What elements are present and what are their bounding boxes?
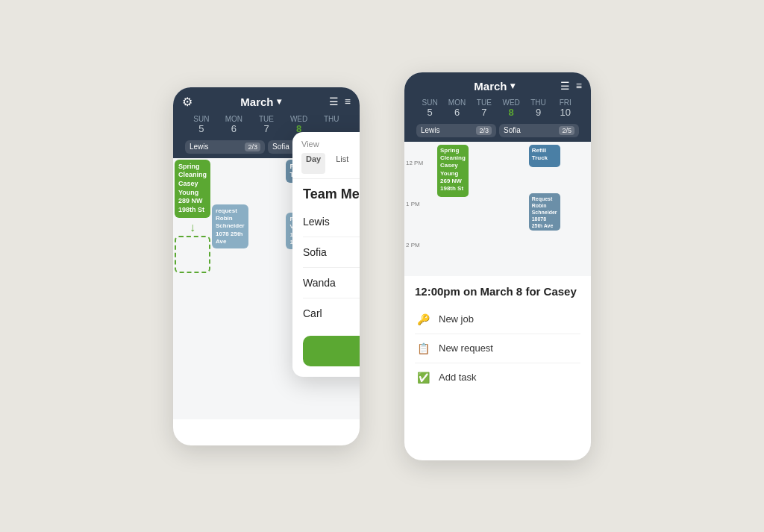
add-task-icon: ✅ — [415, 369, 431, 386]
right-day-col-wed: WED 8 — [498, 98, 525, 121]
right-member-sofia[interactable]: Sofia 2/5 — [499, 124, 579, 137]
right-header-icons: ☰ ≡ — [560, 80, 582, 92]
right-spring-cleaning[interactable]: Spring CleaningCasey Young269 NW 198th S… — [437, 145, 469, 197]
tab-day[interactable]: Day — [301, 153, 325, 174]
right-day-col-sun: SUN 5 — [416, 98, 443, 121]
day-col-tue: TUE 7 — [250, 115, 283, 137]
right-calendar-area: 12 PM 1 PM 2 PM Spring CleaningCasey You… — [404, 142, 591, 276]
time-1pm: 1 PM — [406, 199, 436, 240]
action-new-job[interactable]: 🔑 New job — [415, 305, 580, 334]
right-col-thu — [562, 143, 589, 281]
cal-col-1: requestRobin Schneider1078 25th Ave — [212, 160, 248, 418]
right-month-chevron-icon[interactable]: ▾ — [510, 81, 515, 91]
panel-view-section: View Day List 3 Day Week Map — [292, 132, 360, 179]
right-day-col-thu: THU 9 — [525, 98, 551, 121]
member-item-wanda[interactable]: Wanda — [303, 268, 360, 298]
member-name-wanda: Wanda — [303, 277, 336, 289]
right-member-lewis[interactable]: Lewis 2/3 — [416, 124, 496, 137]
new-request-icon: 📋 — [415, 340, 431, 357]
filter-icon[interactable]: ≡ — [345, 96, 351, 107]
month-label: March ▾ — [240, 96, 281, 108]
cal-col-0: Spring CleaningCasey Young289 NW 198th S… — [175, 160, 210, 418]
right-member-row: Lewis 2/3 Sofia 2/5 — [413, 121, 582, 142]
action-add-task[interactable]: ✅ Add task — [415, 363, 580, 392]
right-calendar-icon[interactable]: ☰ — [560, 80, 570, 92]
new-job-icon: 🔑 — [415, 311, 431, 328]
member-name-carl: Carl — [303, 307, 322, 319]
member-list: Lewis ✓ Sofia ✓ Wanda Carl — [292, 207, 360, 328]
right-col-wed: Refill Truck RequestRobin Schneider18078… — [529, 143, 560, 281]
right-month-text: March — [474, 80, 507, 93]
right-day-col-mon: MON 6 — [443, 98, 470, 121]
right-day-col-fri: FRI 10 — [552, 98, 579, 121]
member-item-sofia[interactable]: Sofia ✓ — [303, 237, 360, 268]
day-col-sun: SUN 5 — [185, 115, 218, 137]
member-item-lewis[interactable]: Lewis ✓ — [303, 207, 360, 237]
new-request-label: New request — [439, 342, 493, 354]
day-headers-right: SUN 5 MON 6 TUE 7 WED 8 THU 9 — [413, 98, 582, 121]
request-event-1[interactable]: requestRobin Schneider1078 25th Ave — [212, 204, 248, 249]
header-icons: ☰ ≡ — [329, 96, 351, 107]
spring-cleaning-event[interactable]: Spring CleaningCasey Young289 NW 198th S… — [175, 160, 210, 218]
phone-right: March ▾ ☰ ≡ SUN 5 MON 6 TUE — [404, 72, 591, 460]
right-day-col-tue: TUE 7 — [471, 98, 498, 121]
member-item-carl[interactable]: Carl — [303, 298, 360, 328]
right-month-label: March ▾ — [474, 80, 514, 93]
right-phone-header: March ▾ ☰ ≡ SUN 5 MON 6 TUE — [404, 72, 591, 142]
gear-icon[interactable]: ⚙ — [182, 95, 192, 109]
day-col-mon: MON 6 — [218, 115, 251, 137]
member-lewis[interactable]: Lewis 2/3 — [185, 140, 265, 154]
calendar-icon[interactable]: ☰ — [329, 96, 339, 107]
panel-overlay: View Day List 3 Day Week Map Team Member… — [292, 132, 360, 377]
tab-list[interactable]: List — [331, 153, 353, 174]
member-name-sofia: Sofia — [303, 246, 327, 258]
time-column: 12 PM 1 PM 2 PM — [406, 143, 436, 281]
add-task-label: Add task — [439, 372, 477, 383]
tabs-row: Day List 3 Day Week Map — [301, 153, 360, 174]
right-col-tue — [499, 143, 527, 281]
right-request[interactable]: RequestRobin Schneider18078 25th Ave — [529, 193, 560, 231]
scene: ⚙ March ▾ ☰ ≡ SUN 5 MON 6 — [0, 0, 764, 532]
tab-3day[interactable]: 3 Day — [359, 153, 360, 174]
view-label: View — [301, 140, 360, 148]
new-job-label: New job — [439, 313, 474, 325]
phone-left: ⚙ March ▾ ☰ ≡ SUN 5 MON 6 — [173, 87, 360, 445]
info-title: 12:00pm on March 8 for Casey — [415, 285, 580, 298]
dashed-placeholder — [175, 236, 210, 273]
info-card: 12:00pm on March 8 for Casey 🔑 New job 📋… — [404, 276, 591, 401]
apply-button[interactable]: Apply — [303, 336, 360, 366]
right-filter-icon[interactable]: ≡ — [576, 80, 582, 92]
right-col-sun: Spring CleaningCasey Young269 NW 198th S… — [437, 143, 469, 281]
right-col-mon — [470, 143, 498, 281]
member-name-lewis: Lewis — [303, 216, 330, 228]
cal-col-2 — [250, 160, 285, 418]
action-new-request[interactable]: 📋 New request — [415, 334, 580, 363]
month-chevron-icon[interactable]: ▾ — [277, 96, 281, 107]
time-12pm: 12 PM — [406, 158, 436, 199]
time-2pm: 2 PM — [406, 240, 436, 281]
right-refill-truck[interactable]: Refill Truck — [529, 145, 560, 167]
month-text: March — [240, 96, 273, 108]
panel-title: Team Members — [292, 179, 360, 207]
